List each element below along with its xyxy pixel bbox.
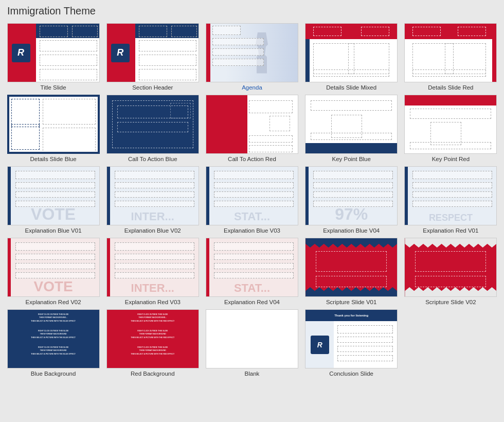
slide-item-title[interactable]: R Title Slide [5,23,101,91]
scr2-ph1 [415,251,486,272]
slide-label-details-red: Details Slide Red [404,84,497,91]
exp-ph4-red-v01 [412,201,492,207]
exp-ph3-v02 [115,191,194,198]
exp-ph1-red-v02 [15,242,95,251]
dm-left-bar [305,39,310,82]
cs-ph4 [337,355,393,361]
slide-item-section-header[interactable]: R Section Header [104,23,201,91]
slide-item-blue-background[interactable]: RIGHT CLICK OUTSIDE THIS SLIDETHEN FORMA… [5,309,101,377]
ctar-ph3 [249,145,293,152]
slide-thumb-section-header[interactable]: R [106,23,199,82]
slide-item-agenda[interactable]: Agenda [204,23,300,91]
slide-label-agenda: Agenda [206,84,298,91]
exp-bg-text-red-v02: VOTE [10,279,97,294]
exp-ph2-red-v02 [15,254,95,260]
slide-thumb-exp-red-v02[interactable]: VOTE [7,238,100,297]
slide-thumb-kp-red[interactable] [404,95,497,154]
slide-label-scripture-v01: Scripture Slide V01 [305,299,398,305]
slide-item-scripture-v02[interactable]: Scripture Slide V02 [403,238,499,305]
ag-ph3 [212,48,264,56]
slide-item-exp-blue-v01[interactable]: VOTE Explanation Blue V01 [5,166,101,234]
slide-thumb-details-red[interactable] [404,23,497,82]
exp-ph2-v03 [214,182,294,188]
bg-blue-text1: RIGHT CLICK OUTSIDE THIS SLIDETHEN FORMA… [10,313,97,323]
cs-logo: R [311,336,329,354]
slide-item-details-red[interactable]: Details Slide Red [403,23,499,91]
slide-item-scripture-v01[interactable]: Scripture Slide V01 [303,238,400,305]
ag-ph1 [212,26,241,35]
slide-label-details-blue: Details Slide Blue [7,156,100,162]
slide-thumb-agenda[interactable] [206,23,298,82]
slide-label-red-background: Red Background [106,371,199,377]
exp-ph1-red-v03 [115,242,194,251]
slide-item-kp-blue[interactable]: Key Point Blue [303,95,400,162]
slide-item-blank[interactable]: Blank [204,309,300,377]
dm-ph2 [361,27,389,36]
slide-label-section-header: Section Header [106,84,199,91]
slide-item-exp-red-v03[interactable]: INTER... Explanation Red V03 [104,238,201,305]
sh-ph3 [139,40,196,51]
exp-ph3-v03 [214,191,294,198]
slide-thumb-exp-red-v03[interactable]: INTER... [106,238,199,297]
exp-ph2-v02 [115,182,194,188]
slide-label-kp-blue: Key Point Blue [305,156,398,162]
slide-label-exp-red-v01: Explanation Red V01 [404,227,497,234]
slide-thumb-exp-blue-v02[interactable]: INTER... [106,166,199,225]
slide-item-exp-blue-v02[interactable]: INTER... Explanation Blue V02 [104,166,201,234]
slide-item-exp-red-v04[interactable]: STAT... Explanation Red V04 [204,238,300,305]
slide-label-exp-blue-v03: Explanation Blue V03 [206,227,298,234]
db-ph1 [11,99,40,127]
slide-label-exp-blue-v01: Explanation Blue V01 [7,227,100,234]
slide-item-exp-red-v02[interactable]: VOTE Explanation Red V02 [5,238,101,305]
slide-item-kp-red[interactable]: Key Point Red [403,95,499,162]
exp-ph2-red-v01 [412,182,492,188]
scr2-bottom-tear [405,287,496,296]
slide-thumb-scripture-v01[interactable] [305,238,398,297]
slide-label-exp-red-v03: Explanation Red V03 [106,299,199,305]
slide-item-cta-blue[interactable]: Call To Action Blue [104,95,201,162]
cs-top-bar: Thank you for listening [305,310,397,321]
exp-ph3-v04 [313,191,393,198]
slide-label-blue-background: Blue Background [7,371,100,377]
scr2-ph2 [415,276,486,287]
slide-item-cta-red[interactable]: Call To Action Red [204,95,300,162]
slide-thumb-details-blue[interactable] [7,95,100,154]
slide-thumb-kp-blue[interactable] [305,95,398,154]
slide-thumb-exp-red-v04[interactable]: STAT... [206,238,298,297]
slide-thumb-conclusion[interactable]: Thank you for listening R [305,309,398,368]
exp-ph3-red-v04 [214,263,294,269]
slide-thumb-exp-red-v01[interactable]: RESPECT [404,166,497,225]
slides-grid: R Title Slide R Section Header [5,23,499,377]
slide-thumb-red-background[interactable]: RIGHT CLICK OUTSIDE THIS SLIDETHEN FORMA… [106,309,199,368]
slide-label-cta-blue: Call To Action Blue [106,156,199,162]
exp-ph4-v02 [115,201,194,207]
sh-logo: R [111,44,130,62]
slide-thumb-exp-blue-v04[interactable]: 97% [305,166,398,225]
kpr-ph2 [410,142,491,149]
exp-ph2-v04 [313,182,393,188]
exp-ph3 [15,191,95,198]
slide-item-details-blue[interactable]: Details Slide Blue [5,95,101,162]
slide-thumb-blank[interactable] [206,309,298,368]
slide-thumb-cta-red[interactable] [206,95,298,154]
slide-thumb-exp-blue-v01[interactable]: VOTE [7,166,100,225]
ts-logo: R [12,44,30,62]
exp-ph4-red-v03 [115,272,194,278]
slide-item-exp-red-v01[interactable]: RESPECT Explanation Red V01 [403,166,499,234]
slide-thumb-details-mixed[interactable] [305,23,398,82]
slide-item-red-background[interactable]: RIGHT CLICK OUTSIDE THIS SLIDETHEN FORMA… [104,309,201,377]
slide-thumb-scripture-v02[interactable] [404,238,497,297]
slide-item-details-mixed[interactable]: Details Slide Mixed [303,23,400,91]
cs-ph1 [337,325,393,333]
slide-thumb-cta-blue[interactable] [106,95,199,154]
slide-thumb-blue-background[interactable]: RIGHT CLICK OUTSIDE THIS SLIDETHEN FORMA… [7,309,100,368]
kpr-ph1 [410,109,491,119]
slide-item-exp-blue-v03[interactable]: STAT... Explanation Blue V03 [204,166,300,234]
slide-thumb-title[interactable]: R [7,23,100,82]
exp-ph1-v02 [115,171,194,179]
slide-thumb-exp-blue-v03[interactable]: STAT... [206,166,298,225]
slide-item-conclusion[interactable]: Thank you for listening R Conclusion Sli… [303,309,400,377]
ctab-img-ph [170,103,191,118]
scr-bottom-tear [305,287,397,296]
slide-item-exp-blue-v04[interactable]: 97% Explanation Blue V04 [303,166,400,234]
